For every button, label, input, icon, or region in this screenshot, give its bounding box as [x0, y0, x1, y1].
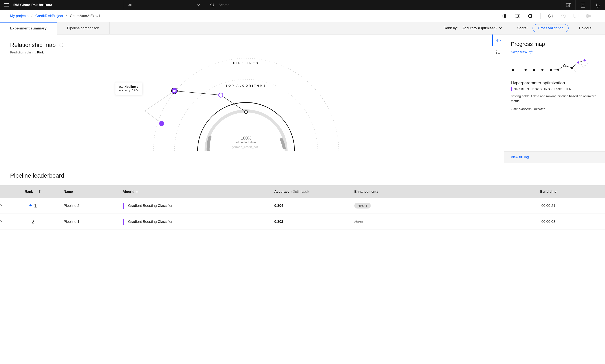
score-cross-validation[interactable]: Cross validation: [533, 24, 569, 32]
svg-point-34: [571, 67, 573, 69]
svg-point-0: [210, 3, 214, 6]
col-accuracy[interactable]: Accuracy (Optimized): [271, 185, 351, 198]
col-expand: [0, 185, 5, 198]
breadcrumb-sep: /: [66, 14, 67, 18]
hpo-description: Testing holdout data and ranking pipelin…: [511, 94, 598, 103]
breadcrumb-row: My projects / CreditRiskProject / ChurnA…: [0, 10, 605, 22]
breadcrumb-sep: /: [31, 14, 32, 18]
lineage-button[interactable]: [582, 10, 595, 22]
chevron-down-icon: [499, 27, 502, 29]
time-elapsed: Time elapsed: 3 minutes: [511, 107, 598, 111]
col-algorithm[interactable]: Algorithm: [119, 185, 271, 198]
bell-icon: [595, 2, 600, 8]
hpo-title: Hyperparameter optimization: [511, 81, 598, 85]
page-actions: [499, 10, 595, 22]
scope-select[interactable]: All: [123, 0, 205, 10]
col-build-time[interactable]: Build time: [481, 185, 605, 198]
scope-value: All: [128, 3, 132, 7]
svg-point-11: [550, 15, 551, 15]
hamburger-menu[interactable]: [0, 3, 13, 7]
svg-point-36: [577, 61, 579, 64]
info-icon[interactable]: [59, 43, 63, 47]
svg-point-6: [518, 15, 519, 16]
tooltip-title: #1 Pipeline 2: [119, 85, 139, 88]
tab-experiment-summary[interactable]: Experiment summary: [0, 22, 57, 35]
topbar: IBM Cloud Pak for Data All: [0, 0, 605, 10]
svg-point-7: [517, 17, 518, 18]
svg-point-29: [524, 69, 527, 71]
svg-rect-14: [586, 17, 588, 18]
global-search[interactable]: [205, 0, 561, 10]
score-holdout[interactable]: Holdout: [574, 24, 597, 32]
col-enhancements[interactable]: Enhancements: [351, 185, 481, 198]
svg-point-17: [61, 44, 61, 44]
tasks-icon: [581, 2, 585, 8]
svg-point-22: [159, 121, 164, 126]
leaderboard-table: Rank Name Algorithm Accuracy (Optimized)…: [0, 185, 605, 230]
notifications-button[interactable]: [590, 0, 605, 10]
hpo-subtitle: GRADIENT BOOSTING CLASSIFIER: [511, 87, 598, 91]
pipeline-tooltip: #1 Pipeline 2 Accuracy: 0.804: [115, 82, 142, 95]
swap-view-button[interactable]: Swap view: [511, 50, 598, 54]
svg-rect-24: [497, 39, 498, 42]
svg-point-35: [564, 65, 566, 67]
table-row[interactable]: 2Pipeline 1Gradient Boosting Classifier0…: [0, 214, 605, 230]
comment-icon: [573, 14, 578, 18]
svg-point-5: [516, 14, 517, 15]
svg-rect-9: [529, 15, 531, 17]
menu-icon: [4, 3, 9, 7]
accuracy-value: 0.802: [271, 214, 351, 230]
settings-button[interactable]: [511, 10, 524, 22]
svg-rect-13: [586, 14, 588, 15]
col-name[interactable]: Name: [60, 185, 119, 198]
breadcrumb-link-projects[interactable]: My projects: [10, 14, 28, 18]
info-button[interactable]: [544, 10, 557, 22]
view-list-button[interactable]: [492, 46, 504, 58]
catalog-icon: [566, 3, 571, 7]
view-map-button[interactable]: [492, 35, 504, 46]
main-area: Relationship map Prediction column: Risk…: [0, 35, 605, 163]
svg-point-26: [496, 52, 497, 52]
history-button[interactable]: [557, 10, 570, 22]
brand-title: IBM Cloud Pak for Data: [13, 3, 58, 7]
swap-icon: [529, 51, 533, 54]
build-time-value: 00:00:21: [481, 198, 605, 214]
relationship-map-canvas[interactable]: PIPELINES TOP ALGORITHMS: [10, 58, 482, 151]
tasks-button[interactable]: [576, 0, 590, 10]
col-rank[interactable]: Rank: [5, 185, 60, 198]
build-time-value: 00:00:03: [481, 214, 605, 230]
search-input[interactable]: [219, 3, 282, 7]
pipeline-leaderboard: Pipeline leaderboard: [0, 163, 605, 179]
chevron-right-icon: [0, 204, 2, 208]
sort-asc-icon: [38, 190, 41, 193]
table-row[interactable]: ★1Pipeline 2Gradient Boosting Classifier…: [0, 198, 605, 214]
svg-point-18: [244, 110, 248, 114]
lineage-icon: [586, 14, 591, 18]
svg-rect-15: [590, 15, 591, 17]
algorithm-cell: Gradient Boosting Classifier: [123, 219, 268, 225]
stop-button[interactable]: [524, 10, 536, 22]
enhancements-value: None: [351, 214, 481, 230]
stop-icon: [528, 14, 533, 18]
catalog-button[interactable]: [561, 0, 576, 10]
sliders-icon: [515, 14, 520, 18]
rank-by-label: Rank by:: [444, 26, 458, 30]
algorithm-cell: Gradient Boosting Classifier: [123, 203, 268, 209]
svg-point-25: [496, 51, 497, 51]
leaderboard-title: Pipeline leaderboard: [10, 172, 595, 179]
svg-point-33: [557, 69, 559, 71]
svg-point-37: [583, 59, 586, 61]
view-full-log-button[interactable]: View full log: [504, 151, 605, 163]
relationship-map-panel: Relationship map Prediction column: Risk…: [0, 35, 492, 163]
progress-title: Progress map: [511, 41, 598, 47]
rank-by-select[interactable]: Accuracy (Optimized): [462, 26, 502, 30]
tab-pipeline-comparison[interactable]: Pipeline comparison: [57, 22, 110, 34]
preview-button[interactable]: [499, 10, 511, 22]
pipeline-name: Pipeline 2: [60, 198, 119, 214]
breadcrumb-link-project[interactable]: CreditRiskProject: [35, 14, 63, 18]
svg-point-30: [533, 69, 535, 71]
expand-row-button[interactable]: [0, 204, 2, 208]
svg-point-19: [219, 93, 223, 97]
expand-row-button[interactable]: [0, 220, 2, 223]
comments-button[interactable]: [570, 10, 582, 22]
